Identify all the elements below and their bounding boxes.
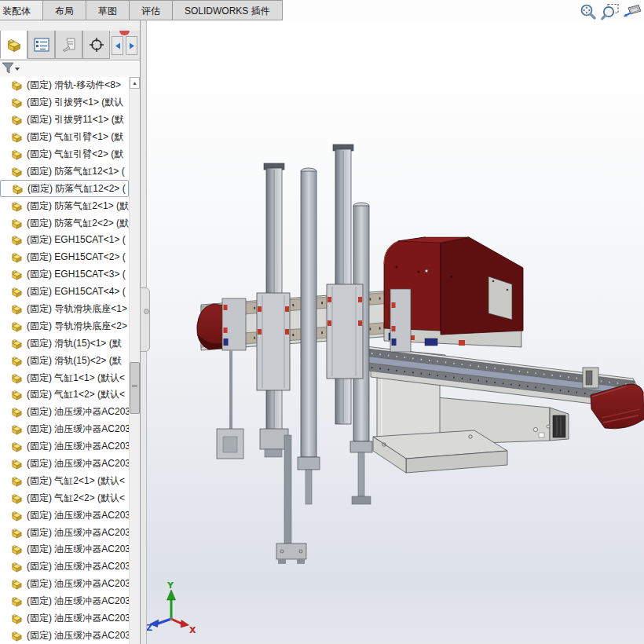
tree-item[interactable]: (固定) 滑轨(15)<1> (默 xyxy=(0,335,129,352)
tree-item[interactable]: (固定) 油压缓冲器AC203 xyxy=(0,404,129,421)
tree-item[interactable]: (固定) 气缸引臂<2> (默 xyxy=(0,146,129,163)
tree-item[interactable]: (固定) 油压缓冲器AC203 xyxy=(0,524,129,541)
tree-item-label: (固定) 油压缓冲器AC203 xyxy=(27,629,129,642)
panel-tabs-prev-button[interactable] xyxy=(112,36,123,55)
part-icon xyxy=(10,526,24,540)
tree-item[interactable]: (固定) 油压缓冲器AC203 xyxy=(0,593,129,610)
tree-item-label: (固定) 油压缓冲器AC203 xyxy=(27,612,129,625)
tree-item-label: (固定) 油压缓冲器AC203 xyxy=(27,577,129,591)
part-icon xyxy=(10,492,24,505)
featuremanager-tree-tab[interactable] xyxy=(27,31,55,59)
tree-item-label: (固定) 引拔劈11<1> (默 xyxy=(27,113,124,126)
tree-item[interactable]: (固定) 油压缓冲器AC203 xyxy=(0,541,129,558)
scrollbar-thumb[interactable] xyxy=(130,362,140,414)
featuremanager-panel: (固定) 滑轨-移动件<8>(固定) 引拔劈<1> (默认(固定) 引拔劈11<… xyxy=(0,20,141,644)
part-icon xyxy=(10,96,24,109)
tree-item-label: (固定) 滑轨(15)<1> (默 xyxy=(27,337,122,350)
tree-item-label: (固定) 油压缓冲器AC203 xyxy=(27,509,129,522)
tree-item-label: (固定) 油压缓冲器AC203 xyxy=(27,423,129,436)
part-icon xyxy=(10,612,24,625)
tree-item[interactable]: (固定) 油压缓冲器AC203 xyxy=(0,576,129,593)
tree-item[interactable]: (固定) 气缸1<2> (默认< xyxy=(0,386,129,404)
part-icon xyxy=(10,405,24,419)
tree-item-label: (固定) 滑轨(15)<2> (默 xyxy=(27,354,122,368)
tree-item[interactable]: (固定) 气缸2<1> (默认< xyxy=(0,472,129,489)
ribbon-tab[interactable]: SOLIDWORKS 插件 xyxy=(173,0,283,20)
panel-tabs-next-button[interactable] xyxy=(126,36,137,55)
tree-item[interactable]: (固定) EGH15CAT<2> ( xyxy=(0,249,129,266)
tree-item-label: (固定) 引拔劈<1> (默认 xyxy=(27,96,123,109)
tree-item[interactable]: (固定) 油压缓冲器AC203 xyxy=(0,628,129,644)
triad-z-label: Z xyxy=(147,623,152,633)
filter-funnel-icon[interactable] xyxy=(2,61,22,75)
tree-item[interactable]: (固定) 防落气缸2<1> (默 xyxy=(0,197,129,214)
tree-scrollbar[interactable]: ▲ xyxy=(129,77,140,644)
tree-item-label: (固定) 油压缓冲器AC203 xyxy=(27,440,129,453)
tree-item[interactable]: (固定) 油压缓冲器AC203 xyxy=(0,438,129,456)
tree-item[interactable]: (固定) EGH15CAT<3> ( xyxy=(0,266,129,284)
chevron-left-icon xyxy=(115,42,121,49)
tree-item-label: (固定) 导轨滑块底座<2> xyxy=(27,320,127,333)
triad-y-label: Y xyxy=(166,580,174,591)
tree-item[interactable]: (固定) 防落气缸12<1> ( xyxy=(0,163,129,180)
ribbon-tab[interactable]: 布局 xyxy=(43,0,86,20)
tree-item[interactable]: (固定) 引拔劈11<1> (默 xyxy=(0,112,129,129)
part-icon xyxy=(10,148,24,161)
part-icon xyxy=(10,130,24,144)
propertymanager-tab[interactable] xyxy=(55,31,82,59)
tree-item-label: (固定) 油压缓冲器AC203 xyxy=(27,405,129,419)
configurations-tab[interactable] xyxy=(82,31,110,59)
graphics-viewport[interactable]: Y Z X xyxy=(147,20,644,644)
part-icon xyxy=(10,371,24,385)
ribbon-tab[interactable]: 草图 xyxy=(86,0,130,20)
tree-item-label: (固定) 油压缓冲器AC203 xyxy=(27,595,129,608)
featuremanager-icon xyxy=(34,38,49,52)
ribbon-tab-bar: 装配体布局草图评估SOLIDWORKS 插件 xyxy=(0,0,644,21)
tree-item-label: (固定) EGH15CAT<2> ( xyxy=(27,251,126,264)
tree-item[interactable]: (固定) 导轨滑块底座<1> xyxy=(0,301,129,318)
tree-item[interactable]: (固定) 导轨滑块底座<2> xyxy=(0,317,129,335)
part-icon xyxy=(10,302,24,316)
tree-item[interactable]: (固定) 防落气缸2<2> (默 xyxy=(0,214,129,232)
tree-item-label: (固定) 气缸2<1> (默认< xyxy=(27,474,125,488)
assembly-manager-tab[interactable] xyxy=(0,31,27,59)
part-icon xyxy=(10,217,24,230)
tree-item[interactable]: (固定) 滑轨-移动件<8> xyxy=(0,77,129,94)
panel-splitter-handle[interactable] xyxy=(140,287,150,352)
tree-item[interactable]: (固定) 油压缓冲器AC203 xyxy=(0,610,129,628)
tree-item[interactable]: (固定) 引拔劈<1> (默认 xyxy=(0,94,129,112)
tree-item[interactable]: (固定) 气缸2<2> (默认< xyxy=(0,489,129,507)
ribbon-tab[interactable]: 评估 xyxy=(130,0,173,20)
part-icon xyxy=(10,629,24,642)
tree-item[interactable]: (固定) 气缸1<1> (默认< xyxy=(0,369,129,386)
ribbon-tab[interactable]: 装配体 xyxy=(0,0,43,20)
tree-item[interactable]: (固定) 油压缓冲器AC203 xyxy=(0,421,129,438)
chevron-right-icon xyxy=(129,42,135,49)
tree-item[interactable]: (固定) EGH15CAT<1> ( xyxy=(0,232,129,249)
tree-item[interactable]: (固定) EGH15CAT<4> ( xyxy=(0,284,129,301)
tree-item[interactable]: (固定) 滑轨(15)<2> (默 xyxy=(0,352,129,369)
part-icon xyxy=(10,113,24,126)
tree-filter-row[interactable] xyxy=(0,60,140,78)
part-icon xyxy=(10,423,24,436)
tree-item[interactable]: (固定) 油压缓冲器AC203 xyxy=(0,507,129,524)
tree-item-label: (固定) 防落气缸2<1> (默 xyxy=(27,199,129,213)
panel-top-strip xyxy=(0,20,140,31)
part-icon xyxy=(10,595,24,608)
tree-item[interactable]: (固定) 气缸引臂<1> (默 xyxy=(0,129,129,146)
model-vertical-arm-left[interactable] xyxy=(257,163,320,564)
hidden-tab-red-icon xyxy=(119,31,130,35)
tree-item[interactable]: (固定) 油压缓冲器AC203 xyxy=(0,456,129,473)
tree-item-label: (固定) 气缸2<2> (默认< xyxy=(27,492,125,505)
tree-item-label: (固定) 导轨滑块底座<1> xyxy=(27,302,127,316)
part-icon xyxy=(10,474,24,488)
tree-item-label: (固定) 滑轨-移动件<8> xyxy=(27,79,121,92)
configurations-icon xyxy=(89,37,104,53)
scrollbar-up-arrow[interactable]: ▲ xyxy=(130,77,140,89)
part-icon xyxy=(10,543,24,556)
tree-item[interactable]: (固定) 防落气缸12<2> ( xyxy=(0,180,129,197)
part-icon xyxy=(10,165,24,178)
propertymanager-icon xyxy=(61,38,77,52)
tree-item[interactable]: (固定) 油压缓冲器AC203 xyxy=(0,558,129,576)
part-icon xyxy=(10,440,24,453)
